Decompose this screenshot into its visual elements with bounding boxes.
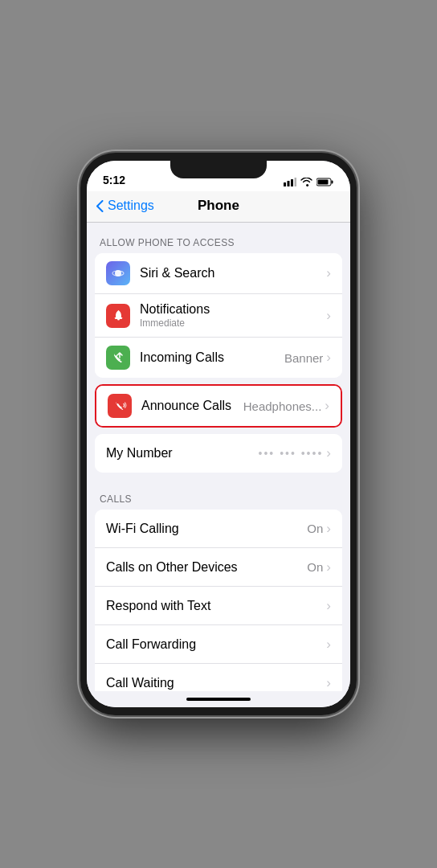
calls-group: Wi-Fi Calling On › Calls on Other Device… <box>95 510 342 691</box>
svg-rect-3 <box>295 178 297 186</box>
call-waiting-label: Call Waiting <box>106 676 323 690</box>
notifications-sublabel: Immediate <box>140 317 323 329</box>
svg-rect-5 <box>332 181 333 184</box>
siri-search-row[interactable]: Siri & Search › <box>95 253 342 294</box>
wifi-icon <box>300 178 312 186</box>
bell-symbol <box>112 309 125 322</box>
svg-rect-0 <box>284 182 286 186</box>
call-forwarding-chevron: › <box>326 637 331 653</box>
respond-text-right: › <box>323 598 331 614</box>
call-waiting-right: › <box>323 675 331 691</box>
my-number-right: ••• ••• •••• › <box>259 445 331 461</box>
home-indicator[interactable] <box>87 691 350 707</box>
phone-frame: 5:12 <box>80 153 357 715</box>
notifications-right: › <box>323 308 331 324</box>
call-forwarding-row[interactable]: Call Forwarding › <box>95 625 342 664</box>
allow-access-header: ALLOW PHONE TO ACCESS <box>87 223 350 253</box>
notifications-icon <box>106 304 130 328</box>
nav-bar: Settings Phone <box>87 191 350 223</box>
announce-calls-label: Announce Calls <box>141 399 243 413</box>
nav-title: Phone <box>198 198 239 214</box>
notifications-content: Notifications Immediate <box>140 302 323 329</box>
announce-calls-highlighted: Announce Calls Headphones... › <box>95 384 342 428</box>
home-bar <box>186 698 251 701</box>
wifi-calling-chevron: › <box>326 521 331 537</box>
wifi-calling-right: On › <box>307 521 331 537</box>
announce-calls-row[interactable]: Announce Calls Headphones... › <box>96 386 341 426</box>
siri-search-right: › <box>323 265 331 281</box>
siri-chevron: › <box>326 265 331 281</box>
phone-wave-symbol <box>113 399 127 413</box>
call-forwarding-content: Call Forwarding <box>106 637 323 652</box>
siri-search-content: Siri & Search <box>140 266 323 280</box>
wifi-calling-content: Wi-Fi Calling <box>106 522 307 536</box>
announce-calls-right: Headphones... › <box>243 398 329 414</box>
svg-rect-6 <box>318 180 329 185</box>
my-number-content: My Number <box>106 446 259 461</box>
respond-text-label: Respond with Text <box>106 599 323 613</box>
battery-icon <box>317 178 334 186</box>
calls-section-header: CALLS <box>87 479 350 510</box>
allow-access-group: Siri & Search › Notificati <box>95 253 342 378</box>
incoming-calls-value: Banner <box>284 351 323 365</box>
notifications-label: Notifications <box>140 302 323 317</box>
respond-text-row[interactable]: Respond with Text › <box>95 587 342 625</box>
call-waiting-row[interactable]: Call Waiting › <box>95 664 342 691</box>
status-icons <box>284 178 334 186</box>
calls-other-devices-value: On <box>307 560 323 574</box>
my-number-row[interactable]: My Number ••• ••• •••• › <box>95 434 342 473</box>
call-waiting-content: Call Waiting <box>106 676 323 690</box>
phone-incoming-symbol <box>112 351 125 365</box>
call-forwarding-label: Call Forwarding <box>106 637 323 652</box>
calls-other-devices-label: Calls on Other Devices <box>106 560 307 575</box>
my-number-chevron: › <box>326 445 331 461</box>
chevron-left-icon <box>96 200 104 212</box>
wifi-calling-row[interactable]: Wi-Fi Calling On › <box>95 510 342 548</box>
back-button[interactable]: Settings <box>96 199 154 213</box>
signal-icon <box>284 178 296 186</box>
my-number-label: My Number <box>106 446 259 461</box>
announce-calls-icon <box>108 394 132 418</box>
calls-other-devices-chevron: › <box>326 559 331 575</box>
notifications-row[interactable]: Notifications Immediate › <box>95 294 342 338</box>
my-number-value: ••• ••• •••• <box>259 447 324 460</box>
announce-calls-chevron: › <box>325 398 329 414</box>
call-forwarding-right: › <box>323 637 331 653</box>
incoming-calls-content: Incoming Calls <box>140 350 284 365</box>
svg-rect-2 <box>291 179 293 186</box>
calls-other-devices-row[interactable]: Calls on Other Devices On › <box>95 548 342 587</box>
wifi-calling-value: On <box>307 522 323 535</box>
siri-symbol <box>111 266 125 280</box>
calls-other-devices-content: Calls on Other Devices <box>106 560 307 575</box>
respond-text-chevron: › <box>326 598 331 614</box>
phone-screen: 5:12 <box>87 161 350 707</box>
calls-other-devices-right: On › <box>307 559 331 575</box>
announce-calls-value: Headphones... <box>243 399 322 413</box>
content-scroll[interactable]: ALLOW PHONE TO ACCESS Siri & Search › <box>87 223 350 691</box>
notifications-chevron: › <box>326 308 331 324</box>
svg-rect-1 <box>288 181 290 186</box>
notch <box>170 161 267 178</box>
respond-text-content: Respond with Text <box>106 599 323 613</box>
my-number-group: My Number ••• ••• •••• › <box>95 434 342 473</box>
back-label: Settings <box>108 199 154 213</box>
call-waiting-chevron: › <box>326 675 331 691</box>
siri-icon <box>106 261 130 285</box>
incoming-calls-right: Banner › <box>284 350 331 366</box>
status-time: 5:12 <box>103 174 125 186</box>
announce-calls-content: Announce Calls <box>141 399 243 413</box>
wifi-calling-label: Wi-Fi Calling <box>106 522 307 536</box>
incoming-calls-label: Incoming Calls <box>140 350 284 365</box>
incoming-calls-icon <box>106 346 130 370</box>
incoming-calls-row[interactable]: Incoming Calls Banner › <box>95 338 342 378</box>
siri-search-label: Siri & Search <box>140 266 323 280</box>
incoming-calls-chevron: › <box>326 350 331 366</box>
